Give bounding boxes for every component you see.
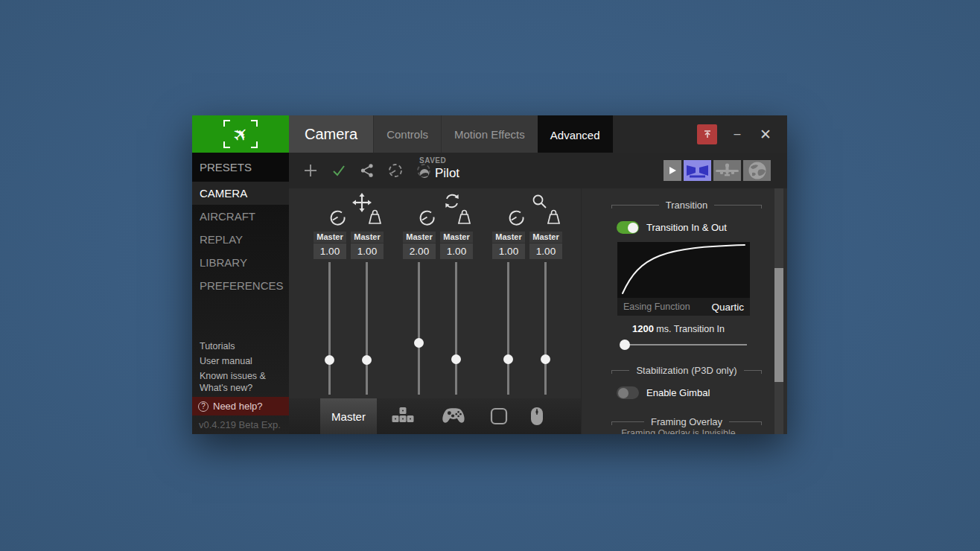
window-controls: – ✕ bbox=[697, 115, 787, 153]
master-input-tab[interactable]: Master bbox=[320, 398, 377, 434]
titlebar: ✈ Camera Controls Motion Effects Advance… bbox=[192, 115, 787, 153]
slider-value-box: Master 1.00 bbox=[351, 232, 384, 259]
slider-thumb[interactable] bbox=[503, 354, 513, 364]
tab-camera[interactable]: Camera bbox=[289, 115, 373, 153]
scrollbar-track[interactable] bbox=[774, 188, 783, 434]
gauge-icon bbox=[328, 208, 347, 226]
app-logo[interactable]: ✈ bbox=[192, 115, 289, 153]
gamepad-icon[interactable] bbox=[441, 404, 466, 428]
easing-function-label: Easing Function bbox=[623, 302, 690, 312]
preset-toolbar: SAVED Pilot bbox=[289, 153, 787, 188]
vertical-slider[interactable] bbox=[414, 262, 424, 395]
share-preset-button[interactable] bbox=[357, 161, 377, 180]
section-header-stabilization: Stabilization (P3D only) bbox=[611, 365, 762, 376]
slider-thumb[interactable] bbox=[414, 338, 424, 348]
gauge-icon bbox=[418, 208, 436, 226]
toggle-label: Transition In & Out bbox=[646, 222, 727, 233]
sidebar: PRESETS CAMERA AIRCRAFT REPLAY LIBRARY P… bbox=[192, 153, 289, 434]
dashed-gauge-icon bbox=[387, 162, 404, 179]
check-icon bbox=[331, 163, 346, 178]
tab-advanced[interactable]: Advanced bbox=[538, 115, 613, 154]
transition-duration-slider[interactable] bbox=[620, 340, 747, 350]
gimbal-toggle-row: Enable Gimbal bbox=[617, 386, 710, 399]
slider-thumb[interactable] bbox=[325, 355, 334, 365]
advanced-panel: Transition Transition In & Out Easing Fu… bbox=[581, 188, 774, 434]
cockpit-category-button[interactable] bbox=[684, 160, 711, 181]
preset-name[interactable]: Pilot bbox=[435, 166, 459, 181]
easing-function-box[interactable]: Easing Function Quartic bbox=[617, 242, 750, 316]
need-help-button[interactable]: ? Need help? bbox=[192, 397, 289, 415]
cockpit-view-icon bbox=[685, 162, 710, 179]
easing-curve bbox=[617, 242, 750, 298]
owner-label: Master bbox=[529, 232, 562, 243]
slider-value-box: Master 1.00 bbox=[314, 232, 346, 259]
vertical-slider[interactable] bbox=[325, 262, 334, 395]
apply-preset-button[interactable] bbox=[329, 161, 349, 180]
version-label: v0.4.219 Beta Exp. bbox=[192, 419, 289, 430]
close-button[interactable]: ✕ bbox=[754, 123, 777, 145]
section-header-framing-overlay: Framing Overlay bbox=[611, 416, 762, 427]
slider-value[interactable]: 1.00 bbox=[440, 243, 473, 259]
link-tutorials[interactable]: Tutorials bbox=[192, 340, 289, 352]
owner-label: Master bbox=[440, 232, 473, 243]
frame-icon[interactable] bbox=[486, 404, 512, 428]
sidebar-item-presets[interactable]: PRESETS bbox=[192, 153, 289, 182]
link-known-issues[interactable]: Known issues & What's new? bbox=[192, 370, 276, 394]
sidebar-item-preferences[interactable]: PREFERENCES bbox=[192, 274, 289, 297]
question-circle-icon: ? bbox=[198, 401, 209, 412]
share-icon bbox=[360, 163, 375, 178]
add-preset-button[interactable] bbox=[301, 161, 320, 180]
owner-label: Master bbox=[351, 232, 384, 243]
aircraft-category-button[interactable] bbox=[713, 160, 741, 181]
vertical-slider[interactable] bbox=[541, 262, 550, 395]
sidebar-item-replay[interactable]: REPLAY bbox=[192, 228, 289, 251]
replay-category-button[interactable] bbox=[664, 160, 681, 181]
plus-icon bbox=[303, 163, 318, 178]
app-window: ✈ Camera Controls Motion Effects Advance… bbox=[192, 115, 787, 434]
vertical-slider[interactable] bbox=[503, 262, 513, 395]
section-title: Framing Overlay bbox=[651, 416, 722, 427]
scrollbar-thumb[interactable] bbox=[774, 268, 783, 382]
transition-duration-value[interactable]: 1200 bbox=[632, 323, 654, 334]
preset-orb-icon bbox=[419, 168, 430, 179]
airplane-logo-icon: ✈ bbox=[223, 120, 258, 148]
vertical-slider[interactable] bbox=[362, 262, 372, 395]
pin-on-top-button[interactable] bbox=[697, 124, 717, 144]
mouse-icon[interactable] bbox=[524, 404, 550, 428]
gauge-icon bbox=[507, 208, 526, 226]
sidebar-item-aircraft[interactable]: AIRCRAFT bbox=[192, 205, 289, 228]
slider-value[interactable]: 1.00 bbox=[492, 243, 525, 259]
weight-icon bbox=[544, 208, 563, 226]
slider-thumb[interactable] bbox=[620, 340, 630, 350]
owner-label: Master bbox=[403, 232, 436, 243]
transition-toggle-row: Transition In & Out bbox=[617, 221, 727, 234]
owner-label: Master bbox=[492, 232, 525, 243]
pin-icon bbox=[702, 129, 713, 139]
main-tabs: Camera Controls Motion Effects Advanced bbox=[289, 115, 613, 153]
slider-value[interactable]: 1.00 bbox=[529, 243, 562, 259]
minimize-button[interactable]: – bbox=[728, 124, 747, 144]
link-user-manual[interactable]: User manual bbox=[192, 355, 289, 367]
sidebar-item-camera[interactable]: CAMERA bbox=[192, 182, 289, 205]
slider-value[interactable]: 2.00 bbox=[403, 243, 436, 259]
tab-motion-effects[interactable]: Motion Effects bbox=[441, 115, 538, 153]
slider-thumb[interactable] bbox=[362, 355, 372, 365]
auto-transition-button[interactable] bbox=[386, 161, 405, 180]
saved-status-label: SAVED bbox=[419, 156, 459, 165]
slider-thumb[interactable] bbox=[541, 354, 550, 364]
tab-controls[interactable]: Controls bbox=[373, 115, 441, 153]
vertical-slider[interactable] bbox=[451, 262, 461, 395]
world-category-button[interactable] bbox=[743, 160, 771, 181]
toggle-label: Enable Gimbal bbox=[646, 387, 710, 398]
transition-in-out-toggle[interactable] bbox=[617, 221, 639, 234]
need-help-label: Need help? bbox=[213, 401, 263, 412]
enable-gimbal-toggle[interactable] bbox=[617, 386, 639, 399]
slider-thumb[interactable] bbox=[451, 354, 461, 364]
easing-function-value[interactable]: Quartic bbox=[711, 302, 744, 313]
keyboard-arrows-icon[interactable] bbox=[390, 404, 416, 428]
slider-value[interactable]: 1.00 bbox=[351, 243, 384, 259]
slider-value[interactable]: 1.00 bbox=[314, 243, 346, 259]
owner-label: Master bbox=[314, 232, 346, 243]
play-icon bbox=[668, 166, 677, 175]
sidebar-item-library[interactable]: LIBRARY bbox=[192, 251, 289, 274]
